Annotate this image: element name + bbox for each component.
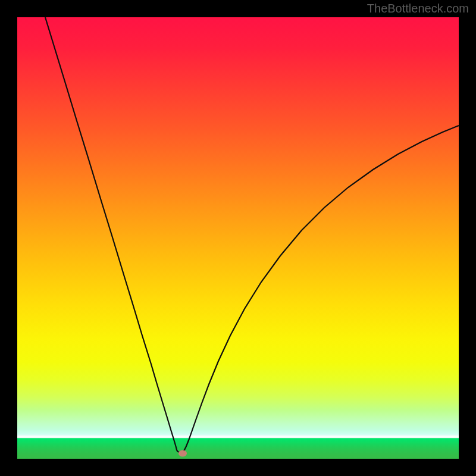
watermark-text: TheBottleneck.com — [367, 2, 469, 15]
chart-svg — [17, 17, 459, 459]
chart-plot-area — [17, 17, 459, 459]
bottleneck-curve — [45, 17, 459, 452]
minimum-marker-dot — [178, 450, 187, 457]
